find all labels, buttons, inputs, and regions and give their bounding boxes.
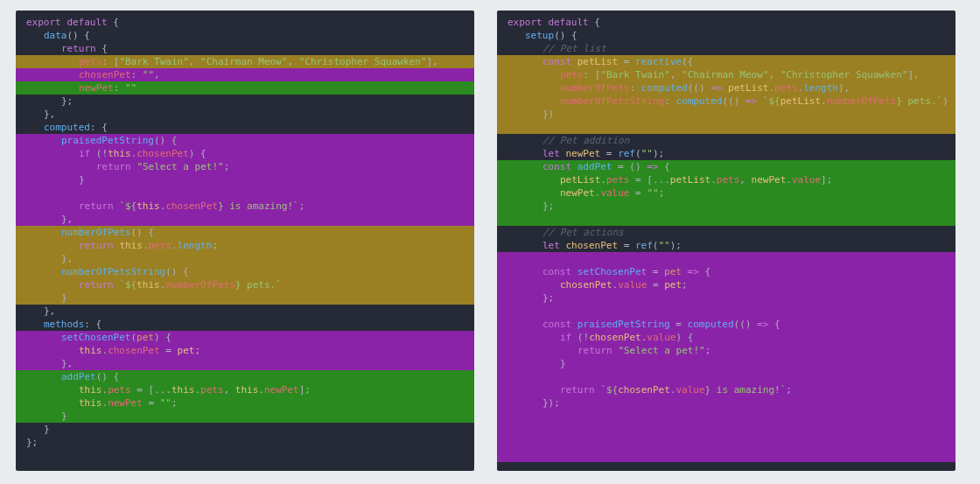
code-token: methods — [44, 319, 84, 330]
code-token: () { — [154, 135, 178, 146]
code-token: pets — [717, 174, 740, 186]
code-token: setChosenPet — [61, 332, 130, 343]
code-token: newPet — [79, 82, 114, 94]
code-token: "Christopher Squawken" — [780, 69, 908, 81]
code-token: return — [61, 43, 96, 54]
code-token: = — [618, 240, 635, 251]
code-token: . — [172, 240, 178, 251]
code-token: = [... — [131, 384, 172, 396]
code-token: , — [154, 69, 160, 81]
code-token — [571, 266, 578, 277]
code-token: computed — [688, 319, 734, 330]
code-token: // Pet addition — [542, 135, 629, 146]
code-token: ( — [635, 148, 641, 159]
code-token: ; — [786, 384, 792, 396]
code-token: value — [647, 332, 676, 343]
code-token — [571, 56, 578, 67]
code-token: petList — [578, 56, 618, 67]
code-token: { — [589, 17, 600, 28]
code-token: computed — [641, 82, 688, 94]
code-token: } — [61, 410, 67, 422]
code-line: // Pet actions — [497, 226, 956, 239]
code-line: // Pet list — [497, 42, 956, 55]
code-token: ) { — [154, 332, 172, 343]
code-token: ; — [299, 200, 305, 212]
code-token — [757, 95, 763, 107]
code-token: "Christopher Squawken" — [299, 56, 427, 67]
code-token: pets — [774, 82, 798, 94]
code-token — [571, 161, 578, 172]
code-token: { — [108, 17, 119, 28]
code-token: } — [44, 424, 50, 435]
code-token — [560, 240, 566, 251]
code-token: default — [66, 17, 107, 28]
code-token: chosenPet — [165, 200, 218, 212]
code-token: pets — [149, 240, 172, 251]
code-token: "Select a pet!" — [136, 161, 223, 172]
code-token: chosenPet — [560, 279, 612, 291]
code-token: newPet — [264, 384, 299, 396]
code-token: => — [688, 266, 699, 277]
code-token: (() — [734, 319, 758, 330]
code-token: : { — [84, 319, 102, 330]
code-token: = — [600, 148, 618, 159]
code-token: ) { — [189, 148, 206, 159]
code-token: (! — [571, 332, 589, 343]
code-token: = [... — [629, 174, 669, 186]
options-api-panel: export default {data() {return {pets: ["… — [16, 11, 474, 471]
code-token: petList — [560, 174, 600, 186]
code-token: () { — [96, 371, 120, 382]
code-token: pets — [560, 69, 584, 81]
code-token: () { — [67, 30, 91, 41]
code-token: : [ — [584, 69, 601, 81]
code-token: { — [96, 43, 108, 54]
code-token: "Select a pet!" — [618, 345, 704, 356]
code-token: newPet — [566, 148, 601, 159]
code-token: => — [647, 161, 658, 172]
code-token: const — [542, 319, 571, 330]
code-token: (() — [722, 95, 746, 107]
code-token: default — [548, 17, 588, 28]
code-token: addPet — [61, 371, 96, 382]
code-token: }; — [26, 437, 38, 448]
code-token: pets — [200, 384, 224, 396]
code-token: this — [119, 240, 143, 251]
code-token: setup — [525, 30, 554, 41]
code-line: export default { — [16, 16, 474, 29]
code-token: = — [160, 345, 178, 356]
code-token: let — [542, 240, 560, 251]
code-token: "Chairman Meow" — [682, 69, 768, 81]
code-token: const — [542, 161, 571, 172]
code-line: setup() { — [497, 29, 956, 42]
code-token: newPet — [108, 397, 143, 409]
code-token: = — [647, 279, 664, 291]
code-token — [560, 148, 566, 159]
code-token: `${ — [600, 384, 618, 396]
code-token: = — [647, 266, 664, 277]
code-token: return — [79, 240, 114, 251]
code-token: let — [542, 148, 560, 159]
code-token: `${ — [119, 200, 136, 212]
code-token: pets — [108, 384, 131, 396]
code-token: this — [136, 200, 160, 212]
code-token: ); — [670, 240, 682, 251]
code-token: ]; — [821, 174, 832, 186]
code-token: praisedPetString — [578, 319, 670, 330]
code-token — [571, 319, 578, 330]
code-token: // Pet actions — [542, 227, 624, 238]
code-line: pets: ["Bark Twain", "Chairman Meow", "C… — [497, 68, 956, 81]
code-token: ), — [838, 82, 850, 94]
code-token: ref — [635, 240, 653, 251]
code-token: . — [143, 240, 149, 251]
code-token: "" — [658, 240, 669, 251]
code-line: }, — [16, 305, 474, 318]
code-token: length — [178, 240, 213, 251]
code-token: ; — [194, 345, 200, 356]
code-token: export — [508, 17, 542, 28]
code-token: return — [560, 384, 595, 396]
code-token: = — [618, 56, 635, 67]
code-token: return — [79, 200, 114, 212]
code-token: chosenPet — [589, 332, 641, 343]
code-token: , — [739, 174, 751, 186]
code-token: ) { — [676, 332, 693, 343]
